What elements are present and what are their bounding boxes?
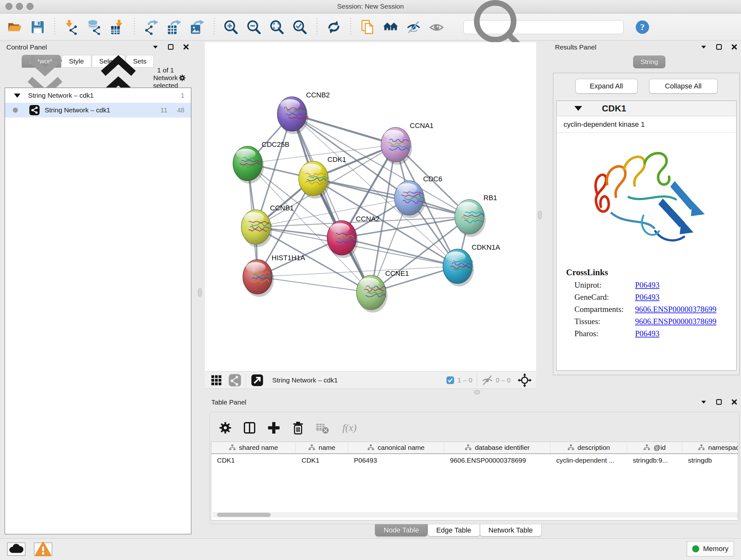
table-panel-close-button[interactable]: [731, 398, 738, 406]
control-panel-float-button[interactable]: [167, 44, 174, 51]
show-hide-button[interactable]: [428, 18, 446, 36]
function-builder-icon: f(x): [339, 421, 362, 435]
node-label-cdk1: CDK1: [327, 155, 346, 164]
network-options-gear-icon[interactable]: [178, 72, 186, 84]
zoom-fit-content-button[interactable]: [268, 18, 286, 36]
import-network-from-file-button[interactable]: [63, 18, 80, 36]
tab-string[interactable]: String: [633, 56, 665, 68]
crosslinks-rows: Uniprot:P06493GeneCard:P06493Compartment…: [556, 281, 736, 338]
search-box[interactable]: [463, 20, 623, 34]
expand-all-button[interactable]: Expand All: [576, 79, 637, 94]
open-in-window-icon[interactable]: [251, 374, 264, 387]
add-column-icon[interactable]: [266, 421, 281, 435]
help-icon: ?: [635, 20, 650, 35]
table-tabs: Node Table Edge Table Network Table: [375, 524, 542, 537]
network-collection-row[interactable]: String Network – cdk1 1: [5, 88, 191, 103]
zoom-fit-icon: [269, 19, 285, 35]
network-edge[interactable]: [313, 179, 469, 217]
results-panel-collapse-button[interactable]: [700, 44, 707, 51]
collapse-all-button[interactable]: Collapse All: [649, 79, 718, 94]
table-panel-collapse-button[interactable]: [700, 398, 707, 406]
apply-preferred-layout-button[interactable]: [325, 18, 343, 36]
crosslink-row: Compartments:9606.ENSP00000378699: [575, 305, 736, 314]
export-network-button[interactable]: [142, 18, 160, 36]
export-image-button[interactable]: [188, 18, 206, 36]
column-header-description[interactable]: description: [550, 442, 627, 453]
tab-network-table[interactable]: Network Table: [480, 524, 542, 537]
cloud-button[interactable]: [7, 543, 25, 556]
control-panel-close-button[interactable]: [183, 44, 190, 51]
network-node-cdk1[interactable]: CDK1: [299, 155, 346, 199]
network-canvas[interactable]: CCNB2CCNA1CDC25BCDK1CDC6RB1CCNB1CCNA2CDK…: [205, 42, 536, 371]
network-share-icon[interactable]: [228, 374, 241, 387]
table-cell: CDK1: [296, 454, 348, 467]
table-cell: stringdb: [682, 454, 738, 467]
zoom-out-button[interactable]: [245, 18, 263, 36]
birdseye-grid-icon[interactable]: [210, 374, 223, 387]
network-overview-button[interactable]: [382, 18, 400, 36]
left-splitter-handle[interactable]: [198, 288, 202, 297]
crosslink-compartments-link[interactable]: 9606.ENSP00000378699: [635, 305, 717, 314]
crosslink-tissues-link[interactable]: 9606.ENSP00000378699: [635, 317, 717, 326]
network-graph[interactable]: CCNB2CCNA1CDC25BCDK1CDC6RB1CCNB1CCNA2CDK…: [205, 42, 536, 371]
help-button[interactable]: ?: [635, 20, 650, 35]
network-node-hist1h1a[interactable]: HIST1H1A: [243, 254, 305, 297]
column-header-namespace[interactable]: namespace: [682, 442, 738, 453]
crosslink-row: Tissues:9606.ENSP00000378699: [575, 317, 736, 326]
cdk1-section-header[interactable]: CDK1: [556, 101, 736, 116]
column-label: description: [578, 444, 610, 451]
open-session-button[interactable]: [6, 18, 23, 36]
column-header--id[interactable]: @id: [627, 442, 682, 453]
export-table-button[interactable]: [165, 18, 183, 36]
save-session-button[interactable]: [29, 18, 47, 36]
table-horizontal-scrollbar[interactable]: [212, 512, 738, 517]
tab-edge-table[interactable]: Edge Table: [428, 524, 480, 537]
zoom-in-button[interactable]: [222, 18, 240, 36]
results-panel-close-button[interactable]: [731, 44, 738, 51]
column-header-shared-name[interactable]: shared name: [211, 442, 296, 453]
import-table-from-file-button[interactable]: [109, 18, 126, 36]
search-input[interactable]: [537, 21, 623, 33]
collection-label: String Network – cdk1: [28, 91, 93, 99]
export-table-icon: [166, 19, 182, 35]
network-node-cdc25b[interactable]: CDC25B: [233, 140, 289, 184]
network-row[interactable]: String Network – cdk1 11 48: [5, 103, 191, 118]
show-columns-icon[interactable]: [242, 421, 257, 435]
network-node-ccna1[interactable]: CCNA1: [381, 122, 434, 165]
import-network-from-database-button[interactable]: [85, 18, 104, 36]
column-header-name[interactable]: name: [296, 442, 348, 453]
scrollbar-thumb[interactable]: [217, 513, 271, 517]
crosslink-genecard-link[interactable]: P06493: [635, 293, 659, 302]
crosslink-row: Uniprot:P06493: [575, 281, 736, 290]
network-edge[interactable]: [292, 114, 371, 293]
selected-checkbox-icon[interactable]: [446, 376, 455, 384]
table-panel-float-button[interactable]: [716, 398, 723, 406]
column-header-database-identifier[interactable]: database identifier: [444, 442, 550, 453]
crosslink-uniprot-link[interactable]: P06493: [635, 281, 659, 290]
bottom-splitter-handle[interactable]: [474, 390, 480, 394]
crosslink-pharos-link[interactable]: P06493: [635, 329, 659, 338]
collection-expander-icon[interactable]: [14, 94, 20, 98]
network-node-ccne1[interactable]: CCNE1: [356, 269, 409, 313]
network-node-cdkn1a[interactable]: CDKN1A: [443, 243, 500, 287]
node-table: shared namenamecanonical namedatabase id…: [211, 442, 738, 520]
table-options-gear-icon[interactable]: [218, 421, 232, 435]
toggle-graphics-details-button[interactable]: [405, 18, 422, 36]
hidden-eye-icon[interactable]: [482, 374, 493, 386]
results-panel-float-button[interactable]: [716, 44, 723, 51]
zoom-selected-region-button[interactable]: [291, 18, 309, 36]
memory-button[interactable]: Memory: [687, 541, 734, 557]
warnings-button[interactable]: [34, 543, 52, 556]
section-expander-icon[interactable]: [575, 106, 582, 111]
right-splitter-handle[interactable]: [538, 211, 542, 219]
network-edge[interactable]: [258, 277, 371, 293]
pan-crosshair-icon[interactable]: [518, 373, 532, 387]
table-row[interactable]: CDK1CDK1P064939606.ENSP00000378699cyclin…: [211, 454, 738, 467]
network-node-ccnb2[interactable]: CCNB2: [277, 91, 330, 134]
column-header-canonical-name[interactable]: canonical name: [348, 442, 444, 453]
tab-node-table[interactable]: Node Table: [375, 524, 428, 537]
delete-column-icon[interactable]: [291, 421, 306, 435]
column-type-icon: [367, 444, 374, 451]
duplicate-documents-button[interactable]: [359, 18, 377, 36]
network-node-rb1[interactable]: RB1: [455, 194, 497, 237]
